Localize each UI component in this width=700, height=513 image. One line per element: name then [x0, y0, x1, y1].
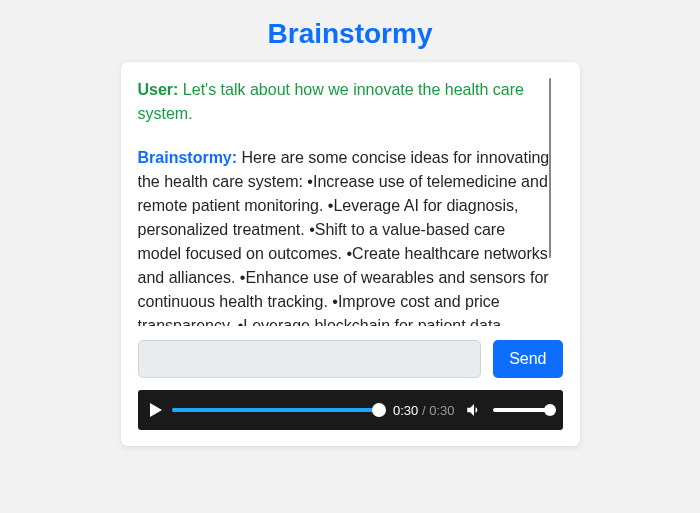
- input-row: Send: [138, 340, 563, 378]
- time-separator: /: [418, 403, 429, 418]
- user-text: Let's talk about how we innovate the hea…: [138, 81, 524, 122]
- message-input[interactable]: [138, 340, 482, 378]
- bot-label: Brainstormy:: [138, 149, 238, 166]
- time-display: 0:30 / 0:30: [393, 403, 454, 418]
- volume-bar[interactable]: [493, 408, 551, 412]
- time-duration: 0:30: [429, 403, 454, 418]
- play-icon[interactable]: [150, 403, 162, 417]
- volume-icon[interactable]: [465, 401, 483, 419]
- chat-log[interactable]: User: Let's talk about how we innovate t…: [138, 78, 563, 326]
- chat-message-user: User: Let's talk about how we innovate t…: [138, 78, 551, 126]
- audio-player: 0:30 / 0:30: [138, 390, 563, 430]
- scrollbar-thumb[interactable]: [549, 78, 551, 258]
- page-title: Brainstormy: [268, 18, 433, 50]
- user-label: User:: [138, 81, 179, 98]
- seek-thumb[interactable]: [372, 403, 386, 417]
- send-button[interactable]: Send: [493, 340, 562, 378]
- seek-bar[interactable]: [172, 408, 380, 412]
- chat-message-bot: Brainstormy: Here are some concise ideas…: [138, 146, 551, 326]
- seek-fill: [172, 408, 380, 412]
- time-current: 0:30: [393, 403, 418, 418]
- volume-thumb[interactable]: [544, 404, 556, 416]
- bot-text: Here are some concise ideas for innovati…: [138, 149, 550, 326]
- chat-card: User: Let's talk about how we innovate t…: [121, 62, 580, 446]
